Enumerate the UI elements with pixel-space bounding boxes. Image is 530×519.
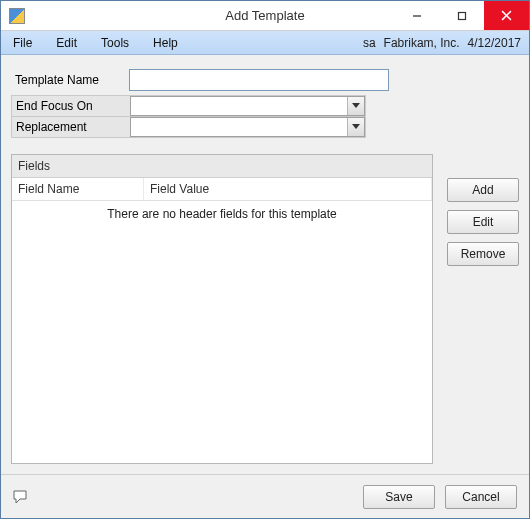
session-info: sa Fabrikam, Inc. 4/12/2017	[355, 31, 529, 54]
chevron-down-icon[interactable]	[347, 118, 364, 136]
note-icon[interactable]	[13, 490, 31, 504]
titlebar: Add Template	[1, 1, 529, 31]
row-end-focus: End Focus On	[11, 95, 366, 117]
row-replacement: Replacement	[11, 117, 366, 138]
window-controls	[394, 1, 529, 30]
fields-panel: Fields Field Name Field Value There are …	[11, 154, 433, 464]
footer: Save Cancel	[1, 474, 529, 518]
end-focus-value	[131, 99, 347, 113]
svg-rect-1	[458, 12, 465, 19]
menu-edit[interactable]: Edit	[44, 31, 89, 54]
col-field-value[interactable]: Field Value	[144, 178, 432, 200]
session-user: sa	[363, 36, 376, 50]
maximize-button[interactable]	[439, 1, 484, 30]
chevron-down-icon[interactable]	[347, 97, 364, 115]
fields-grid[interactable]: There are no header fields for this temp…	[12, 201, 432, 463]
fields-empty-message: There are no header fields for this temp…	[12, 201, 432, 221]
menu-file[interactable]: File	[1, 31, 44, 54]
replacement-combo[interactable]	[130, 117, 365, 137]
svg-marker-5	[352, 124, 360, 129]
template-name-input[interactable]	[129, 69, 389, 91]
end-focus-label: End Focus On	[12, 96, 130, 116]
app-icon	[9, 8, 25, 24]
col-field-name[interactable]: Field Name	[12, 178, 144, 200]
remove-button[interactable]: Remove	[447, 242, 519, 266]
session-company: Fabrikam, Inc.	[384, 36, 460, 50]
menu-tools[interactable]: Tools	[89, 31, 141, 54]
minimize-button[interactable]	[394, 1, 439, 30]
svg-marker-4	[352, 103, 360, 108]
add-button[interactable]: Add	[447, 178, 519, 202]
close-button[interactable]	[484, 1, 529, 30]
mid-section: Fields Field Name Field Value There are …	[11, 154, 519, 464]
end-focus-combo[interactable]	[130, 96, 365, 116]
fields-side-buttons: Add Edit Remove	[447, 154, 519, 464]
template-name-label: Template Name	[11, 70, 129, 90]
svg-marker-6	[14, 491, 26, 503]
replacement-value	[131, 120, 347, 134]
menu-help[interactable]: Help	[141, 31, 190, 54]
fields-columns: Field Name Field Value	[12, 178, 432, 201]
edit-button[interactable]: Edit	[447, 210, 519, 234]
menubar: File Edit Tools Help sa Fabrikam, Inc. 4…	[1, 31, 529, 55]
session-date: 4/12/2017	[468, 36, 521, 50]
fields-panel-title: Fields	[12, 155, 432, 178]
replacement-label: Replacement	[12, 117, 130, 137]
content-area: Template Name End Focus On Replacement	[1, 55, 529, 474]
add-template-window: Add Template File Edit Tools Help sa Fab…	[0, 0, 530, 519]
save-button[interactable]: Save	[363, 485, 435, 509]
row-template-name: Template Name	[11, 69, 519, 91]
cancel-button[interactable]: Cancel	[445, 485, 517, 509]
